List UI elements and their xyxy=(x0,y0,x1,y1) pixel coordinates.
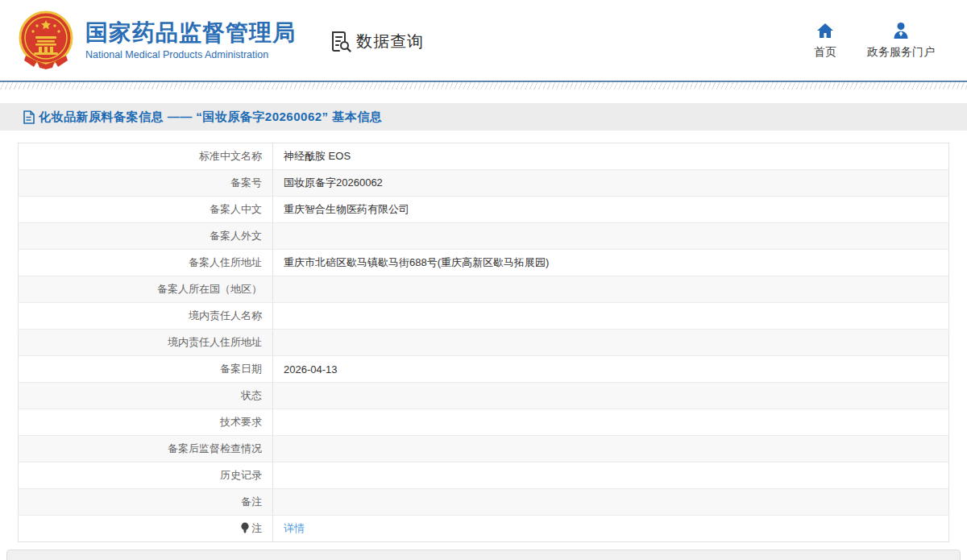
detail-link[interactable]: 详情 xyxy=(284,522,305,534)
data-query-entry[interactable]: 数据查询 xyxy=(330,31,424,52)
page-title: 化妆品新原料备案信息 —— “国妆原备字20260062” 基本信息 xyxy=(39,110,382,125)
row-value xyxy=(273,223,949,250)
row-label: 备案人所在国（地区） xyxy=(19,276,273,303)
row-label: 备案日期 xyxy=(19,356,273,383)
table-row: 状态 xyxy=(19,383,949,409)
row-value: 详情 xyxy=(273,516,949,542)
table-row: 技术要求 xyxy=(19,409,949,436)
table-row: 备案人住所地址重庆市北碚区歇马镇歇马街688号(重庆高新区歇马拓展园) xyxy=(19,250,949,276)
row-value xyxy=(273,383,949,409)
row-label: 备案后监督检查情况 xyxy=(19,436,273,463)
info-table-wrap: 标准中文名称神经酰胺 EOS备案号国妆原备字20260062备案人中文重庆智合生… xyxy=(18,143,949,542)
table-row: 备案号国妆原备字20260062 xyxy=(19,170,949,197)
row-label: 境内责任人住所地址 xyxy=(19,330,273,356)
row-value xyxy=(273,276,949,303)
section-label: 数据查询 xyxy=(356,31,424,52)
home-icon xyxy=(816,21,835,40)
user-icon xyxy=(891,21,911,40)
nav-portal[interactable]: 政务服务门户 xyxy=(867,21,935,60)
row-value: 国妆原备字20260062 xyxy=(273,170,949,197)
row-label: 技术要求 xyxy=(19,409,273,436)
row-label: 境内责任人名称 xyxy=(19,303,273,330)
bottom-panel-edge xyxy=(6,550,961,560)
row-label: 备案人中文 xyxy=(19,197,273,223)
table-row: 备案人中文重庆智合生物医药有限公司 xyxy=(19,197,949,223)
row-label: 历史记录 xyxy=(19,463,273,489)
row-value xyxy=(273,303,949,330)
table-row: 备注 xyxy=(19,489,949,516)
row-label: 备案人外文 xyxy=(19,223,273,250)
row-label: 备注 xyxy=(19,489,273,516)
row-value xyxy=(273,409,949,436)
table-row: 境内责任人住所地址 xyxy=(19,330,949,356)
table-row: 注详情 xyxy=(19,516,949,542)
row-label: 状态 xyxy=(19,383,273,409)
row-label: 注 xyxy=(19,516,273,542)
row-value: 2026-04-13 xyxy=(273,356,949,383)
table-row: 备案人所在国（地区） xyxy=(19,276,949,303)
row-value xyxy=(273,330,949,356)
brand-text: 国家药品监督管理局 National Medical Products Admi… xyxy=(85,20,296,60)
bulb-icon xyxy=(240,522,250,533)
row-value: 重庆市北碚区歇马镇歇马街688号(重庆高新区歇马拓展园) xyxy=(273,250,949,276)
document-icon xyxy=(23,110,35,124)
page-title-bar: 化妆品新原料备案信息 —— “国妆原备字20260062” 基本信息 xyxy=(0,103,967,131)
table-row: 备案后监督检查情况 xyxy=(19,436,949,463)
nav-home-label: 首页 xyxy=(814,45,836,60)
document-search-icon xyxy=(330,31,351,52)
row-label: 标准中文名称 xyxy=(19,143,273,170)
national-emblem-icon xyxy=(18,10,74,70)
table-row: 备案人外文 xyxy=(19,223,949,250)
table-row: 备案日期2026-04-13 xyxy=(19,356,949,383)
header-nav: 首页 政务服务门户 xyxy=(814,21,935,60)
row-value xyxy=(273,489,949,516)
nav-home[interactable]: 首页 xyxy=(814,21,836,60)
table-row: 境内责任人名称 xyxy=(19,303,949,330)
site-header: 国家药品监督管理局 National Medical Products Admi… xyxy=(0,0,967,81)
row-label: 备案号 xyxy=(19,170,273,197)
brand-title-cn: 国家药品监督管理局 xyxy=(85,20,296,46)
nav-portal-label: 政务服务门户 xyxy=(867,45,935,60)
table-row: 标准中文名称神经酰胺 EOS xyxy=(19,143,949,170)
row-label: 备案人住所地址 xyxy=(19,250,273,276)
row-value xyxy=(273,436,949,463)
brand-title-en: National Medical Products Administration xyxy=(85,49,296,60)
info-table: 标准中文名称神经酰胺 EOS备案号国妆原备字20260062备案人中文重庆智合生… xyxy=(18,143,949,542)
row-value: 神经酰胺 EOS xyxy=(273,143,949,170)
table-row: 历史记录 xyxy=(19,463,949,489)
row-value: 重庆智合生物医药有限公司 xyxy=(273,197,949,223)
row-value xyxy=(273,463,949,489)
info-table-body: 标准中文名称神经酰胺 EOS备案号国妆原备字20260062备案人中文重庆智合生… xyxy=(19,143,949,542)
logo[interactable]: 国家药品监督管理局 National Medical Products Admi… xyxy=(18,10,296,70)
hatch-strip xyxy=(0,82,967,89)
